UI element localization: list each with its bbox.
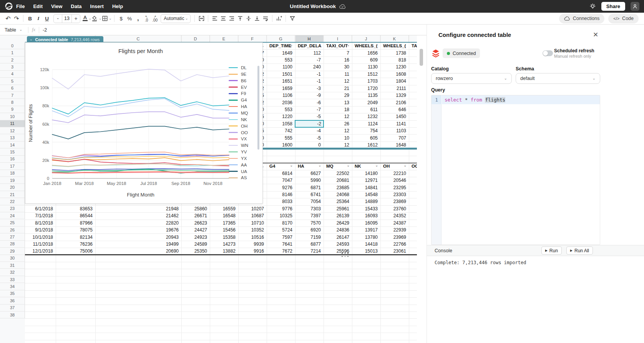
row-header-33[interactable]: 33 xyxy=(0,276,25,283)
table-column-header[interactable]: TAX⌄ xyxy=(409,43,417,49)
fill-color-button[interactable]: ⌄ xyxy=(91,14,101,23)
cell[interactable]: 16 xyxy=(324,57,352,63)
cell[interactable]: 15433 xyxy=(352,205,380,212)
cell[interactable]: 1651 xyxy=(267,78,295,85)
cell[interactable]: 14180 xyxy=(352,170,380,176)
row-header-35[interactable]: 35 xyxy=(0,290,25,297)
cell[interactable]: 7/1/2018 xyxy=(25,213,56,219)
cell[interactable]: 6627 xyxy=(295,170,324,176)
cell[interactable]: 553 xyxy=(267,106,295,113)
cell[interactable]: 30 xyxy=(324,64,352,70)
cell[interactable]: -5 xyxy=(295,135,324,141)
row-header-18[interactable]: 18 xyxy=(0,170,25,177)
font-size-decrease-button[interactable]: - xyxy=(54,15,62,22)
redo-button[interactable]: ↷ xyxy=(12,14,21,23)
cell[interactable]: -5 xyxy=(295,113,324,120)
cell[interactable]: 555 xyxy=(267,135,295,141)
row-header-29[interactable]: 29 xyxy=(0,248,25,255)
cell[interactable]: 609 xyxy=(352,57,380,63)
sort-chevron-icon[interactable]: ⌄ xyxy=(403,163,407,167)
connected-table-badge[interactable]: ⌄ Connected table 7,213,446 rows xyxy=(27,36,103,43)
sort-chevron-icon[interactable]: ⌄ xyxy=(290,43,293,47)
cell[interactable]: 10207 xyxy=(238,205,267,212)
cell[interactable]: -1 xyxy=(295,71,324,77)
cell[interactable]: 26 xyxy=(324,120,352,127)
cell[interactable]: 10710 xyxy=(238,220,267,226)
schema-select[interactable]: default⌄ xyxy=(516,73,600,84)
decrease-decimals-button[interactable]: ↖.0 xyxy=(142,14,151,23)
cell[interactable]: 24923 xyxy=(181,234,210,240)
cell[interactable]: 78075 xyxy=(56,226,95,233)
cell[interactable]: 15456 xyxy=(210,226,238,233)
cell[interactable]: 10352 xyxy=(238,226,267,233)
cell[interactable]: 7303 xyxy=(295,205,324,212)
column-header-I[interactable]: I xyxy=(324,35,352,42)
cell[interactable]: 75006 xyxy=(56,248,95,255)
table-column-header[interactable]: HA⌄ xyxy=(295,163,324,170)
sort-chevron-icon[interactable]: ⌄ xyxy=(318,43,321,47)
cell[interactable]: 1100 xyxy=(267,64,295,70)
cell[interactable]: 7570 xyxy=(295,220,324,226)
cell[interactable]: 24068 xyxy=(324,191,352,198)
cell[interactable]: 14841 xyxy=(352,184,380,191)
cell[interactable]: 24352 xyxy=(380,213,409,219)
cell[interactable]: 1230 xyxy=(380,64,409,70)
cell[interactable]: 13 xyxy=(324,99,352,106)
cell[interactable]: 9916 xyxy=(238,248,267,255)
cell[interactable]: -7 xyxy=(295,57,324,63)
cell[interactable]: 1058 xyxy=(267,120,295,127)
row-header-1[interactable]: 1 xyxy=(0,49,25,56)
comma-format-button[interactable]: , xyxy=(134,14,142,23)
row-header-15[interactable]: 15 xyxy=(0,148,25,155)
cell[interactable]: 12/1/2018 xyxy=(25,248,56,255)
cell[interactable]: 7597 xyxy=(267,234,295,240)
cell[interactable]: 818 xyxy=(380,57,409,63)
row-header-27[interactable]: 27 xyxy=(0,233,25,240)
cell[interactable]: 1656 xyxy=(352,50,380,56)
sql-editor[interactable]: 1 select * from flights xyxy=(431,95,600,245)
cell[interactable]: 10516 xyxy=(238,234,267,240)
cell[interactable]: 86544 xyxy=(56,213,95,219)
column-header-C[interactable]: C xyxy=(95,35,181,42)
table-column-header[interactable]: OO⌄ xyxy=(409,163,417,170)
cell[interactable]: 1804 xyxy=(380,78,409,85)
cell[interactable]: 23760 xyxy=(380,205,409,212)
cell[interactable]: 83653 xyxy=(56,205,95,212)
cell[interactable]: 25364 xyxy=(324,198,352,205)
cell[interactable]: 7214 xyxy=(295,248,324,255)
legend-scrollbar[interactable] xyxy=(257,66,259,150)
cell[interactable]: 87966 xyxy=(56,220,95,226)
vertical-align-middle-button[interactable] xyxy=(244,14,253,23)
cell[interactable]: 1135 xyxy=(352,92,380,98)
cell[interactable]: 12 xyxy=(324,113,352,120)
cell[interactable]: 23685 xyxy=(324,184,352,191)
cell[interactable]: 24589 xyxy=(181,241,210,247)
cell[interactable]: 19499 xyxy=(95,241,181,247)
cell[interactable]: 605 xyxy=(352,135,380,141)
row-header-0[interactable]: 0 xyxy=(0,42,25,49)
cell[interactable]: 10/1/2018 xyxy=(25,234,56,240)
cell[interactable]: 16548 xyxy=(210,213,238,219)
table-column-header[interactable]: MQ⌄ xyxy=(324,163,352,170)
cell[interactable]: 2036 xyxy=(267,99,295,106)
row-header-26[interactable]: 26 xyxy=(0,226,25,233)
cell[interactable]: 18 xyxy=(324,106,352,113)
close-icon[interactable]: ✕ xyxy=(591,30,600,39)
cell[interactable]: 1649 xyxy=(267,50,295,56)
workbook-title[interactable]: Untitled Workbook xyxy=(290,3,336,9)
cell[interactable]: 707 xyxy=(380,135,409,141)
cell[interactable]: 1103 xyxy=(380,128,409,134)
run-button[interactable]: ▶ Run xyxy=(541,246,562,255)
menu-insert[interactable]: Insert xyxy=(90,3,104,9)
cell[interactable]: 9939 xyxy=(238,241,267,247)
cell[interactable]: 7054 xyxy=(295,198,324,205)
user-avatar[interactable] xyxy=(631,2,639,11)
cell[interactable]: -7 xyxy=(295,106,324,113)
column-header-H[interactable]: H xyxy=(295,35,324,42)
connections-button[interactable]: Connections xyxy=(559,14,605,23)
menu-file[interactable]: File xyxy=(16,3,25,9)
bold-button[interactable]: B xyxy=(26,14,34,23)
cell[interactable]: 22820 xyxy=(95,220,181,226)
currency-format-button[interactable]: $ xyxy=(117,14,125,23)
cell[interactable]: 6814 xyxy=(267,170,295,176)
